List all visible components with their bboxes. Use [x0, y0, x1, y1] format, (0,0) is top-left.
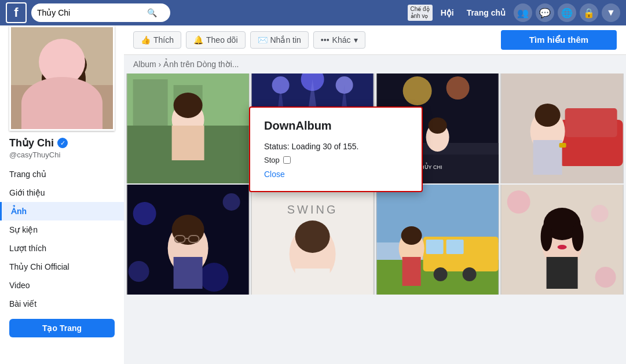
mode-badge: Chế độ ảnh vọ: [408, 5, 433, 21]
more-icon-btn[interactable]: ▼: [602, 3, 620, 22]
search-icon: 🔍: [147, 8, 157, 17]
globe-icon-btn[interactable]: 🌐: [558, 3, 576, 22]
facebook-logo[interactable]: f: [6, 2, 27, 23]
popup-overlay: DownAlbum Status: Loading 30 of 155. Sto…: [0, 25, 626, 364]
profile-area: Thủy Chi ✓ @casyThuyChi Trang chủ Giới t…: [0, 25, 626, 364]
popup-stop-row: Stop: [264, 156, 408, 164]
lock-icon-btn[interactable]: 🔒: [580, 3, 598, 22]
hoi-link[interactable]: Hội: [436, 6, 459, 20]
search-bar[interactable]: 🔍: [31, 3, 170, 22]
popup-title: DownAlbum: [264, 119, 408, 133]
stop-checkbox[interactable]: [283, 156, 291, 164]
messages-icon-btn[interactable]: 💬: [536, 3, 554, 22]
popup-status: Status: Loading 30 of 155.: [264, 142, 408, 151]
top-navigation: f 🔍 Chế độ ảnh vọ Hội Trang chủ 👥 💬 🌐 🔒 …: [0, 0, 626, 25]
stop-label: Stop: [264, 156, 280, 164]
search-input[interactable]: [37, 8, 147, 17]
down-album-dialog: DownAlbum Status: Loading 30 of 155. Sto…: [249, 106, 423, 192]
trang-chu-link[interactable]: Trang chủ: [462, 6, 510, 20]
nav-right: Chế độ ảnh vọ Hội Trang chủ 👥 💬 🌐 🔒 ▼: [408, 3, 620, 22]
close-link[interactable]: Close: [264, 170, 285, 179]
friends-icon-btn[interactable]: 👥: [514, 3, 532, 22]
